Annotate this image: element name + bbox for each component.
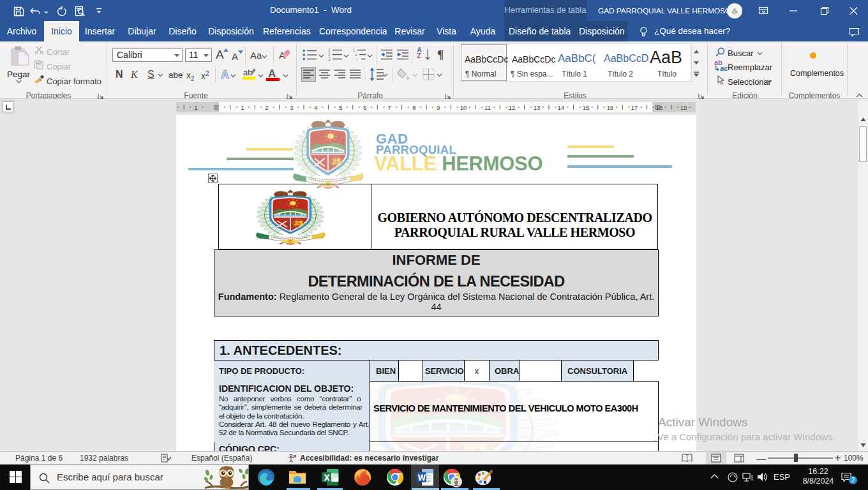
svg-text:3: 3 — [290, 104, 293, 111]
svg-text:12: 12 — [509, 104, 516, 111]
svg-text:8: 8 — [412, 104, 415, 111]
svg-text:2: 2 — [328, 52, 331, 57]
svg-text:16: 16 — [607, 104, 614, 111]
svg-text:1: 1 — [241, 104, 244, 111]
svg-text:1: 1 — [353, 48, 355, 52]
svg-text:4: 4 — [314, 104, 317, 111]
svg-text:7: 7 — [387, 104, 391, 111]
svg-text:a: a — [355, 53, 357, 57]
svg-text:11: 11 — [484, 104, 491, 111]
svg-text:14: 14 — [558, 104, 565, 111]
svg-text:18: 18 — [656, 104, 663, 111]
svg-text:10: 10 — [460, 104, 467, 111]
svg-text:3: 3 — [328, 57, 331, 61]
svg-text:2: 2 — [265, 104, 268, 111]
svg-text:17: 17 — [631, 104, 638, 111]
svg-text:19: 19 — [680, 104, 687, 111]
svg-text:15: 15 — [583, 104, 590, 111]
svg-text:i: i — [357, 57, 357, 61]
svg-text:9: 9 — [437, 104, 440, 111]
svg-text:13: 13 — [534, 104, 541, 111]
svg-text:5: 5 — [339, 104, 342, 111]
svg-text:1: 1 — [328, 48, 331, 52]
svg-text:1: 1 — [194, 104, 197, 111]
svg-text:6: 6 — [363, 104, 366, 111]
